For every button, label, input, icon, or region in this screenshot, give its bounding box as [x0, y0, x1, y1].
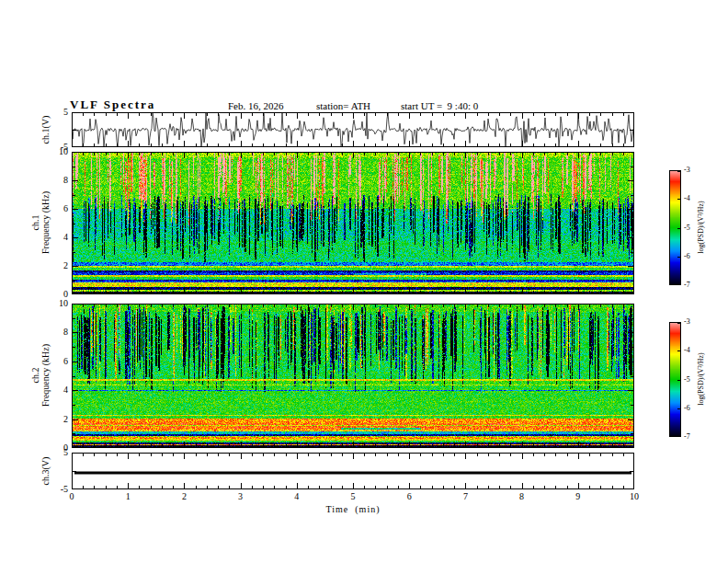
colorbar-tick-label: -7 — [684, 433, 690, 441]
time-tick-label: 4 — [286, 492, 308, 501]
time-tick-label: 6 — [398, 492, 420, 501]
ch1-channel-label: ch.1 — [30, 191, 40, 254]
ch2-frequency-tick-label: 10 — [46, 299, 68, 308]
header-station: station= ATH — [316, 100, 370, 111]
colorbar-tick-label: -7 — [684, 282, 690, 289]
ch2-frequency-tick-label: 4 — [46, 385, 68, 395]
colorbar-tick-label: -6 — [684, 253, 690, 260]
ch2-frequency-label: Frequency (kHz) — [40, 344, 51, 407]
time-tick-label: 7 — [454, 492, 476, 501]
time-tick-label: 8 — [511, 492, 533, 501]
ch1-frequency-tick-label: 6 — [46, 204, 68, 213]
colorbar-tick-label: -5 — [684, 224, 690, 232]
colorbar-tick-label: -4 — [684, 195, 690, 202]
ch1-spectrogram-plot — [72, 152, 634, 294]
vlf-spectra-figure: VLF Spectra Feb. 16, 2026 station= ATH s… — [0, 0, 728, 563]
ch1-voltage-tick-label: -5 — [46, 143, 68, 152]
ch3-voltage-axis-label: ch.3(V) — [40, 457, 51, 486]
colorbar-tick-label: -5 — [684, 376, 690, 384]
colorbar-tick-label: -3 — [684, 318, 690, 326]
time-tick-label: 10 — [623, 492, 645, 501]
ch1-frequency-label: Frequency (kHz) — [40, 191, 51, 254]
colorbar-tick-label: -6 — [684, 405, 690, 412]
ch1-voltage-tick-label: 5 — [46, 108, 68, 117]
colorbar-ch2 — [669, 322, 681, 437]
colorbar-ch1-label: log(PSD)/(V²/Hz) — [697, 201, 705, 254]
figure-title: VLF Spectra — [70, 98, 155, 112]
header-date: Feb. 16, 2026 — [228, 100, 284, 111]
header-start-ut: start UT = 9 :40: 0 — [401, 100, 478, 111]
time-tick-label: 5 — [342, 492, 364, 501]
ch1-frequency-tick-label: 8 — [46, 176, 68, 185]
colorbar-tick-label: -4 — [684, 347, 690, 354]
ch3-voltage-tick-label: 5 — [46, 448, 68, 457]
time-tick-label: 2 — [173, 492, 195, 501]
time-tick-label: 3 — [230, 492, 252, 501]
time-axis-label: Time (min) — [326, 504, 381, 514]
ch2-frequency-tick-label: 6 — [46, 357, 68, 366]
ch1-voltage-axis-label: ch.1(V) — [40, 116, 51, 144]
colorbar-ch1 — [669, 170, 681, 285]
ch3-voltage-tick-label: -5 — [46, 485, 68, 494]
ch1-frequency-tick-label: 2 — [46, 261, 68, 270]
ch1-frequency-axis-label: ch.1 Frequency (kHz) — [30, 191, 51, 254]
ch2-frequency-axis-label: ch.2 Frequency (kHz) — [30, 344, 51, 407]
colorbar-tick-label: -3 — [684, 167, 690, 174]
time-tick-label: 1 — [117, 492, 139, 501]
ch3-waveform-plot — [72, 453, 634, 489]
ch2-spectrogram-plot — [72, 304, 634, 448]
ch1-frequency-tick-label: 4 — [46, 233, 68, 242]
ch2-frequency-tick-label: 2 — [46, 415, 68, 424]
ch1-waveform-plot — [72, 112, 634, 147]
ch2-frequency-tick-label: 8 — [46, 327, 68, 337]
ch2-channel-label: ch.2 — [30, 344, 40, 407]
time-tick-label: 9 — [567, 492, 589, 501]
colorbar-ch2-label: log(PSD)/(V²/Hz) — [697, 352, 705, 406]
